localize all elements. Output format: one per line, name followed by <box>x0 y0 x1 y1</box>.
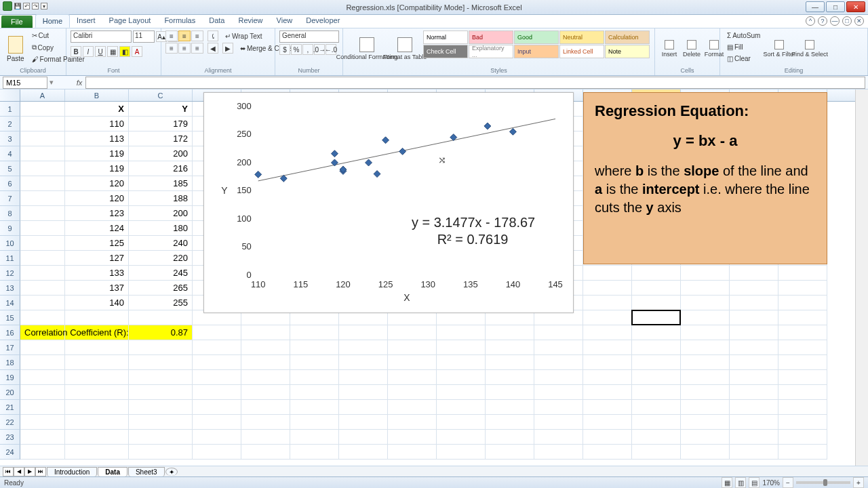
cell-B5[interactable]: 119 <box>65 161 129 176</box>
cell-M15[interactable] <box>632 310 681 325</box>
cell-style-normal[interactable]: Normal <box>423 30 468 44</box>
cell-B6[interactable]: 120 <box>65 176 129 191</box>
cell-I23[interactable] <box>437 430 486 445</box>
italic-button[interactable]: I <box>83 46 94 57</box>
font-color-button[interactable]: A <box>132 46 142 57</box>
cell-H16[interactable] <box>388 325 437 340</box>
cell-L24[interactable] <box>583 445 632 460</box>
cell-D21[interactable] <box>193 400 241 415</box>
row-header[interactable]: 6 <box>0 176 20 191</box>
cell-F21[interactable] <box>290 400 339 415</box>
cell-B10[interactable]: 125 <box>65 236 129 251</box>
cell-I16[interactable] <box>437 325 486 340</box>
cell-A21[interactable] <box>20 400 65 415</box>
cell-L18[interactable] <box>583 355 632 370</box>
cell-E21[interactable] <box>241 400 290 415</box>
sheet-tab-sheet3[interactable]: Sheet3 <box>128 467 165 476</box>
cell-B18[interactable] <box>65 355 129 370</box>
cell-A24[interactable] <box>20 445 65 460</box>
cell-styles-gallery[interactable]: NormalBadGoodNeutralCalculationCheck Cel… <box>423 30 650 58</box>
cell-J20[interactable] <box>486 385 534 400</box>
cell-F23[interactable] <box>290 430 339 445</box>
align-center-button[interactable]: ≡ <box>178 43 191 54</box>
cell-N24[interactable] <box>681 445 730 460</box>
decrease-decimal-button[interactable]: ←.0 <box>326 44 336 55</box>
cell-N20[interactable] <box>681 385 730 400</box>
sheet-nav-next[interactable]: ▶ <box>24 467 35 476</box>
cell-H24[interactable] <box>388 445 437 460</box>
cell-D18[interactable] <box>193 355 241 370</box>
row-header[interactable]: 17 <box>0 340 20 355</box>
cell-N23[interactable] <box>681 430 730 445</box>
cell-N22[interactable] <box>681 415 730 430</box>
tab-page-layout[interactable]: Page Layout <box>102 14 158 28</box>
cell-M14[interactable] <box>632 296 681 310</box>
paste-button[interactable]: Paste <box>4 30 27 67</box>
cell-A4[interactable] <box>20 146 65 161</box>
cell-F17[interactable] <box>290 340 339 355</box>
align-middle-button[interactable]: ≡ <box>178 30 191 41</box>
cell-N16[interactable] <box>681 325 730 340</box>
row-header[interactable]: 22 <box>0 415 20 430</box>
cell-I22[interactable] <box>437 415 486 430</box>
cell-I19[interactable] <box>437 370 486 385</box>
qat-save-icon[interactable]: 💾 <box>14 3 21 9</box>
cell-F22[interactable] <box>290 415 339 430</box>
cell-E17[interactable] <box>241 340 290 355</box>
cell-A12[interactable] <box>20 266 65 281</box>
cell-H17[interactable] <box>388 340 437 355</box>
cell-A8[interactable] <box>20 206 65 221</box>
cell-B11[interactable]: 127 <box>65 251 129 266</box>
cell-style-input[interactable]: Input <box>514 45 559 58</box>
cell-N18[interactable] <box>681 355 730 370</box>
clear-button[interactable]: ◫Clear <box>724 54 763 64</box>
row-header[interactable]: 4 <box>0 146 20 161</box>
cell-M13[interactable] <box>632 281 681 296</box>
cell-A18[interactable] <box>20 355 65 370</box>
accounting-button[interactable]: $ <box>279 44 290 55</box>
cell-A19[interactable] <box>20 370 65 385</box>
cell-O24[interactable] <box>730 445 778 460</box>
cell-D20[interactable] <box>193 385 241 400</box>
autosum-button[interactable]: ΣAutoSum <box>724 30 763 41</box>
tab-home[interactable]: Home <box>35 14 70 28</box>
cell-C6[interactable]: 185 <box>129 176 193 191</box>
cell-M23[interactable] <box>632 430 681 445</box>
cell-E23[interactable] <box>241 430 290 445</box>
col-header-A[interactable]: A <box>20 89 65 101</box>
cell-I20[interactable] <box>437 385 486 400</box>
cell-C24[interactable] <box>129 445 193 460</box>
cell-B19[interactable] <box>65 370 129 385</box>
cell-P13[interactable] <box>778 281 827 296</box>
row-header[interactable]: 14 <box>0 296 20 310</box>
cell-C21[interactable] <box>129 400 193 415</box>
cell-C10[interactable]: 240 <box>129 236 193 251</box>
cell-M20[interactable] <box>632 385 681 400</box>
cell-style-neutral[interactable]: Neutral <box>559 30 604 44</box>
row-header[interactable]: 11 <box>0 251 20 266</box>
cell-J18[interactable] <box>486 355 534 370</box>
cell-A9[interactable] <box>20 221 65 236</box>
fill-button[interactable]: ▤Fill <box>724 42 763 52</box>
cell-K16[interactable] <box>534 325 583 340</box>
align-right-button[interactable]: ≡ <box>191 43 203 54</box>
cell-C20[interactable] <box>129 385 193 400</box>
cell-P23[interactable] <box>778 430 827 445</box>
bold-button[interactable]: B <box>71 46 81 57</box>
align-top-button[interactable]: ≡ <box>165 30 178 41</box>
cell-C1[interactable]: Y <box>129 102 193 117</box>
cell-A20[interactable] <box>20 385 65 400</box>
cell-O15[interactable] <box>730 310 778 325</box>
row-header[interactable]: 20 <box>0 385 20 400</box>
cell-K22[interactable] <box>534 415 583 430</box>
cell-A17[interactable] <box>20 340 65 355</box>
cell-P16[interactable] <box>778 325 827 340</box>
cell-B3[interactable]: 113 <box>65 131 129 146</box>
cell-P22[interactable] <box>778 415 827 430</box>
cell-J17[interactable] <box>486 340 534 355</box>
cell-O22[interactable] <box>730 415 778 430</box>
cell-K23[interactable] <box>534 430 583 445</box>
cell-I24[interactable] <box>437 445 486 460</box>
row-header[interactable]: 18 <box>0 355 20 370</box>
cell-O23[interactable] <box>730 430 778 445</box>
